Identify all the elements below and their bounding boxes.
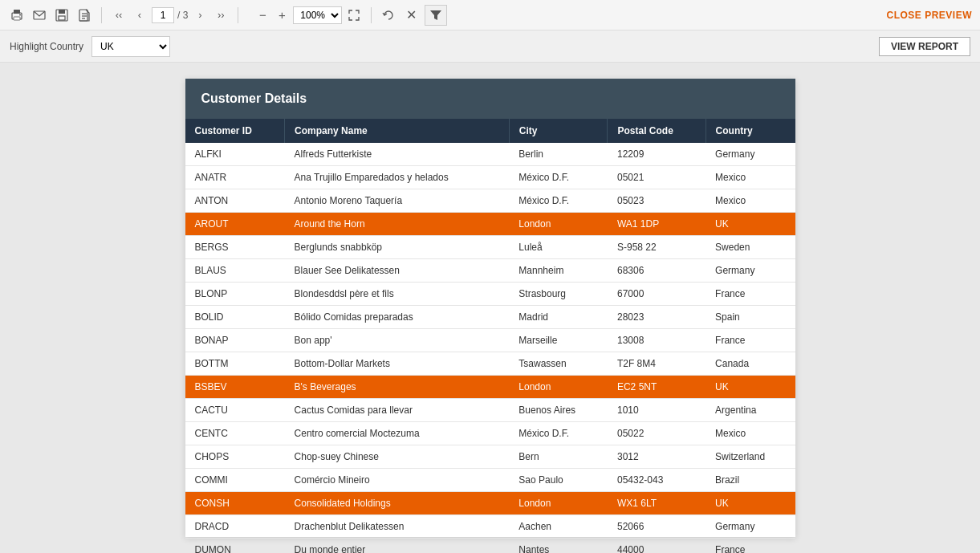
- cell-company: Centro comercial Moctezuma: [285, 422, 510, 445]
- cell-city: Sao Paulo: [509, 469, 608, 492]
- cell-id: BOLID: [185, 306, 285, 329]
- cell-city: México D.F.: [509, 189, 608, 213]
- cell-id: AROUT: [185, 213, 285, 236]
- cell-company: Blondesddsl père et fils: [285, 283, 510, 306]
- cell-city: Strasbourg: [509, 283, 608, 306]
- cell-city: London: [509, 492, 608, 515]
- cell-country: Germany: [706, 143, 795, 166]
- table-row: DUMONDu monde entierNantes44000France: [185, 539, 795, 554]
- report-card: Customer Details Customer ID Company Nam…: [185, 79, 795, 537]
- cell-company: Alfreds Futterkiste: [285, 143, 510, 166]
- separator2: [238, 7, 238, 23]
- cell-id: ANTON: [185, 189, 285, 213]
- cell-id: COMMI: [185, 469, 285, 492]
- cell-postal: 05022: [608, 422, 706, 445]
- report-title: Customer Details: [201, 91, 307, 105]
- cell-company: Drachenblut Delikatessen: [285, 515, 510, 539]
- cell-country: Canada: [706, 352, 795, 376]
- cell-country: UK: [706, 376, 795, 399]
- cell-city: London: [509, 376, 608, 399]
- next-page-button[interactable]: ›: [191, 6, 209, 24]
- table-row: ALFKIAlfreds FutterkisteBerlin12209Germa…: [185, 143, 795, 166]
- print-icon[interactable]: [8, 6, 26, 24]
- close-preview-button[interactable]: CLOSE PREVIEW: [886, 10, 972, 21]
- cell-id: BERGS: [185, 236, 285, 259]
- cell-id: BSBEV: [185, 376, 285, 399]
- email-icon[interactable]: [30, 6, 48, 24]
- cell-id: BONAP: [185, 329, 285, 352]
- table-body: ALFKIAlfreds FutterkisteBerlin12209Germa…: [185, 143, 795, 553]
- cell-id: ANATR: [185, 166, 285, 189]
- cell-city: Aachen: [509, 515, 608, 539]
- report-header: Customer Details: [185, 79, 795, 119]
- svg-rect-8: [79, 10, 87, 21]
- svg-marker-12: [430, 10, 441, 20]
- col-header-country: Country: [706, 119, 795, 143]
- cell-postal: T2F 8M4: [608, 352, 706, 376]
- cell-city: Luleå: [509, 236, 608, 259]
- svg-rect-6: [59, 10, 65, 14]
- page-number-input[interactable]: 1: [152, 7, 174, 23]
- cell-postal: 28023: [608, 306, 706, 329]
- filter-button[interactable]: [425, 5, 447, 26]
- document-icon[interactable]: [75, 6, 93, 24]
- table-row: CENTCCentro comercial MoctezumaMéxico D.…: [185, 422, 795, 445]
- table-row: CACTUCactus Comidas para llevarBuenos Ai…: [185, 399, 795, 422]
- cell-postal: WX1 6LT: [608, 492, 706, 515]
- zoom-out-button[interactable]: −: [254, 7, 270, 23]
- table-row: CHOPSChop-suey ChineseBern3012Switzerlan…: [185, 445, 795, 469]
- table-row: DRACDDrachenblut DelikatessenAachen52066…: [185, 515, 795, 539]
- cell-city: Marseille: [509, 329, 608, 352]
- view-report-button[interactable]: VIEW REPORT: [879, 37, 970, 56]
- cell-postal: 68306: [608, 259, 706, 283]
- cell-country: Mexico: [706, 189, 795, 213]
- highlight-country-select[interactable]: UK Germany France Mexico Spain: [91, 36, 170, 57]
- cell-id: BLONP: [185, 283, 285, 306]
- undo-icon[interactable]: [380, 6, 397, 24]
- cell-company: Around the Horn: [285, 213, 510, 236]
- zoom-in-button[interactable]: +: [274, 7, 290, 23]
- cell-company: Du monde entier: [285, 539, 510, 554]
- zoom-select[interactable]: 100% 75% 125% 150%: [293, 6, 342, 24]
- cell-company: Bottom-Dollar Markets: [285, 352, 510, 376]
- cell-id: CACTU: [185, 399, 285, 422]
- page-navigation: ‹‹ ‹ 1 / 3 › ››: [110, 6, 230, 24]
- table-row: BERGSBerglunds snabbköpLuleåS-958 22Swed…: [185, 236, 795, 259]
- cell-country: UK: [706, 492, 795, 515]
- cell-city: Madrid: [509, 306, 608, 329]
- prev-page-button[interactable]: ‹: [131, 6, 148, 24]
- table-header: Customer ID Company Name City Postal Cod…: [185, 119, 795, 143]
- cell-company: Comércio Mineiro: [285, 469, 510, 492]
- cell-company: Antonio Moreno Taquería: [285, 189, 510, 213]
- table-row: BSBEVB's BeveragesLondonEC2 5NTUK: [185, 376, 795, 399]
- cell-city: México D.F.: [509, 422, 608, 445]
- close-icon[interactable]: ✕: [402, 6, 420, 24]
- table-row: BLAUSBlauer See DelikatessenMannheim6830…: [185, 259, 795, 283]
- col-header-city: City: [509, 119, 608, 143]
- table-row: BONAPBon app'Marseille13008France: [185, 329, 795, 352]
- cell-company: Cactus Comidas para llevar: [285, 399, 510, 422]
- cell-city: Nantes: [509, 539, 608, 554]
- svg-rect-7: [59, 16, 65, 20]
- table-row: BLONPBlondesddsl père et filsStrasbourg6…: [185, 283, 795, 306]
- cell-postal: 3012: [608, 445, 706, 469]
- save-icon[interactable]: [53, 6, 71, 24]
- table-row: CONSHConsolidated HoldingsLondonWX1 6LTU…: [185, 492, 795, 515]
- cell-country: Germany: [706, 259, 795, 283]
- cell-id: CHOPS: [185, 445, 285, 469]
- cell-postal: 44000: [608, 539, 706, 554]
- table-row: ANTONAntonio Moreno TaqueríaMéxico D.F.0…: [185, 189, 795, 213]
- separator: [101, 7, 102, 23]
- cell-country: France: [706, 539, 795, 554]
- first-page-button[interactable]: ‹‹: [110, 6, 128, 24]
- fit-page-icon[interactable]: [345, 6, 363, 24]
- last-page-button[interactable]: ››: [212, 6, 230, 24]
- cell-country: UK: [706, 213, 795, 236]
- filterbar: Highlight Country UK Germany France Mexi…: [0, 30, 980, 63]
- cell-city: London: [509, 213, 608, 236]
- svg-rect-1: [14, 10, 20, 14]
- cell-country: Switzerland: [706, 445, 795, 469]
- cell-id: BOTTM: [185, 352, 285, 376]
- table-row: BOLIDBólido Comidas preparadasMadrid2802…: [185, 306, 795, 329]
- cell-country: Argentina: [706, 399, 795, 422]
